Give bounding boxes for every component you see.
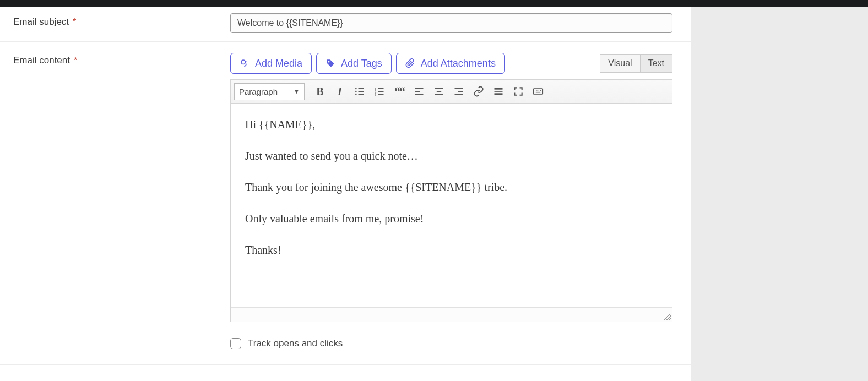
media-icon	[240, 58, 249, 68]
form-panel: Email subject * Email content * Add Medi…	[0, 7, 691, 381]
label-email-content: Email content *	[0, 42, 215, 66]
add-attachments-button[interactable]: Add Attachments	[396, 53, 505, 74]
bold-button[interactable]: B	[310, 83, 330, 100]
label-email-subject: Email subject *	[0, 7, 215, 28]
chevron-down-icon: ▼	[294, 88, 300, 95]
editor-toolbar: Paragraph ▼ B I 123 ““	[231, 80, 672, 104]
align-left-icon	[414, 86, 425, 97]
row-email-subject: Email subject *	[0, 7, 691, 42]
numbered-list-icon: 123	[374, 86, 385, 97]
align-center-icon	[433, 86, 444, 97]
link-icon	[473, 86, 484, 97]
align-left-button[interactable]	[409, 83, 429, 100]
svg-point-4	[355, 91, 357, 92]
read-more-icon	[493, 86, 504, 97]
email-subject-input[interactable]	[230, 13, 672, 33]
svg-rect-25	[495, 93, 503, 95]
editor-paragraph: Hi {{NAME}},	[245, 117, 658, 133]
top-bar	[0, 0, 868, 7]
editor-paragraph: Just wanted to send you a quick note…	[245, 148, 658, 164]
bulleted-list-icon	[354, 86, 365, 97]
track-opens-checkbox[interactable]	[230, 338, 241, 349]
label-text: Email subject	[13, 17, 69, 27]
track-opens-label: Track opens and clicks	[248, 338, 343, 349]
svg-point-6	[355, 94, 357, 95]
italic-button[interactable]: I	[330, 83, 350, 100]
tab-label: Visual	[608, 58, 632, 68]
fullscreen-button[interactable]	[508, 83, 528, 100]
editor-paragraph: Only valuable emails from me, promise!	[245, 211, 658, 227]
row-email-content: Email content * Add Media Add Tags	[0, 42, 691, 328]
align-right-icon	[453, 86, 464, 97]
svg-point-2	[355, 88, 357, 90]
svg-text:3: 3	[375, 92, 377, 96]
bold-icon: B	[316, 85, 323, 98]
keyboard-icon	[532, 86, 544, 97]
align-right-button[interactable]	[449, 83, 469, 100]
tab-text[interactable]: Text	[641, 54, 672, 73]
button-label: Add Tags	[341, 58, 382, 69]
row-track-opens: Track opens and clicks	[0, 328, 691, 365]
svg-rect-26	[534, 89, 543, 94]
button-label: Add Attachments	[421, 58, 496, 69]
editor-paragraph: Thank you for joining the awesome {{SITE…	[245, 179, 658, 195]
paperclip-icon	[405, 58, 415, 68]
label-empty	[0, 328, 215, 338]
tab-label: Text	[648, 58, 664, 68]
quote-icon: ““	[394, 84, 404, 99]
format-selected: Paragraph	[239, 87, 278, 96]
svg-point-0	[241, 60, 246, 64]
format-dropdown[interactable]: Paragraph ▼	[234, 83, 305, 100]
resize-handle[interactable]	[664, 314, 671, 320]
insert-link-button[interactable]	[469, 83, 489, 100]
align-center-button[interactable]	[429, 83, 449, 100]
italic-icon: I	[338, 85, 342, 98]
bulleted-list-button[interactable]	[350, 83, 370, 100]
tab-visual[interactable]: Visual	[600, 54, 640, 73]
editor-paragraph: Thanks!	[245, 242, 658, 258]
required-marker: *	[73, 17, 77, 27]
button-label: Add Media	[255, 58, 302, 69]
editor-mode-tabs: Visual Text	[600, 54, 672, 73]
required-marker: *	[74, 55, 78, 66]
blockquote-button[interactable]: ““	[389, 83, 409, 100]
rich-text-editor: Paragraph ▼ B I 123 ““	[230, 79, 672, 322]
add-tags-button[interactable]: Add Tags	[316, 53, 392, 74]
svg-rect-23	[495, 88, 503, 89]
numbered-list-button[interactable]: 123	[370, 83, 389, 100]
insert-bar: Add Media Add Tags Add Attachments	[230, 53, 672, 74]
svg-rect-24	[495, 91, 503, 92]
label-text: Email content	[13, 55, 70, 66]
tag-icon	[326, 58, 335, 68]
editor-content[interactable]: Hi {{NAME}}, Just wanted to send you a q…	[231, 104, 672, 307]
editor-status-bar	[231, 307, 672, 322]
insert-more-button[interactable]	[489, 83, 508, 100]
add-media-button[interactable]: Add Media	[230, 53, 312, 74]
svg-point-1	[328, 61, 330, 63]
fullscreen-icon	[513, 86, 524, 97]
toolbar-toggle-button[interactable]	[528, 83, 548, 100]
